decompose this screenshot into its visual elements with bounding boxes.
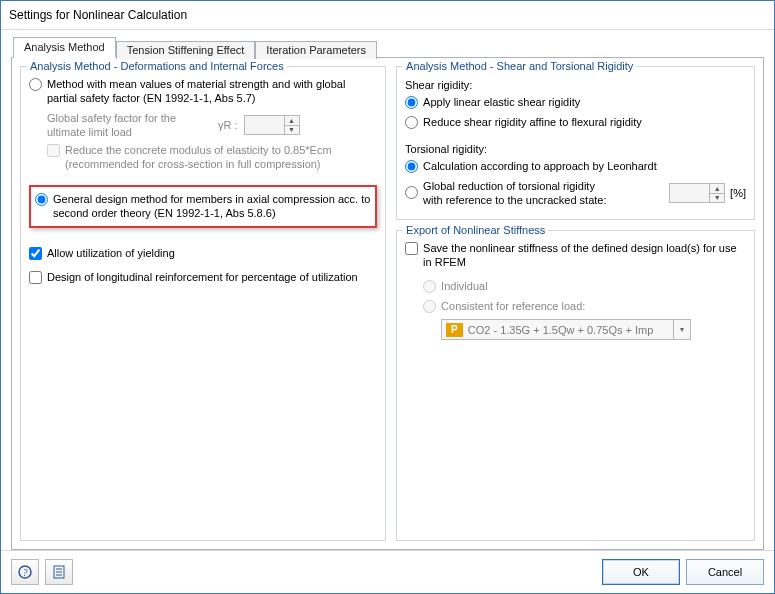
help-button[interactable]: ?: [11, 559, 39, 585]
row-safety-factor: Global safety factor for the ultimate li…: [29, 111, 377, 139]
row-longitudinal: Design of longitudinal reinforcement for…: [29, 270, 377, 286]
label-method-mean: Method with mean values of material stre…: [47, 77, 377, 105]
label-safety-factor: Global safety factor for the ultimate li…: [47, 111, 212, 139]
header-torsion: Torsional rigidity:: [405, 143, 746, 155]
radio-method-mean[interactable]: [29, 78, 42, 91]
chevron-down-icon: ▾: [673, 320, 690, 339]
spin-arrows[interactable]: ▲ ▼: [284, 116, 299, 134]
radio-export-individual: [423, 280, 436, 293]
check-reduce-ecm: [47, 144, 60, 157]
label-tors-leonhardt: Calculation according to approach by Leo…: [423, 159, 657, 173]
label-export-individual: Individual: [441, 279, 487, 293]
tab-analysis-method[interactable]: Analysis Method: [13, 37, 116, 58]
label-percent-unit: [%]: [730, 187, 746, 199]
cancel-button[interactable]: Cancel: [686, 559, 764, 585]
row-reduce-ecm: Reduce the concrete modulus of elasticit…: [29, 143, 377, 171]
check-allow-yielding[interactable]: [29, 247, 42, 260]
chevron-up-icon[interactable]: ▲: [710, 184, 724, 194]
label-allow-yielding: Allow utilization of yielding: [47, 246, 175, 260]
row-method-mean: Method with mean values of material stre…: [29, 77, 377, 105]
check-save-stiffness[interactable]: [405, 242, 418, 255]
radio-method-general[interactable]: [35, 193, 48, 206]
tab-strip: Analysis Method Tension Stiffening Effec…: [13, 36, 764, 57]
radio-tors-leonhardt[interactable]: [405, 160, 418, 173]
radio-shear-affine[interactable]: [405, 116, 418, 129]
label-export-consistent: Consistent for reference load:: [441, 299, 585, 313]
help-icon: ?: [18, 565, 32, 579]
label-method-general: General design method for members in axi…: [53, 192, 371, 220]
combo-reference-load: P CO2 - 1.35G + 1.5Qw + 0.75Qs + Imp ▾: [441, 319, 691, 340]
group-export-legend: Export of Nonlinear Stiffness: [403, 224, 548, 236]
right-column: Analysis Method - Shear and Torsional Ri…: [396, 66, 755, 541]
input-gamma-r[interactable]: [245, 116, 287, 134]
left-column: Analysis Method - Deformations and Inter…: [20, 66, 386, 541]
spin-arrows[interactable]: ▲ ▼: [709, 184, 724, 202]
highlight-general-method: General design method for members in axi…: [29, 185, 377, 228]
window-title: Settings for Nonlinear Calculation: [9, 8, 187, 22]
label-save-stiffness: Save the nonlinear stiffness of the defi…: [423, 241, 746, 269]
spin-gamma-r[interactable]: ▲ ▼: [244, 115, 300, 135]
label-gamma-r: γR :: [218, 119, 238, 131]
tab-page: Analysis Method - Deformations and Inter…: [11, 57, 764, 550]
tab-tension-stiffening[interactable]: Tension Stiffening Effect: [116, 41, 256, 59]
group-shear-legend: Analysis Method - Shear and Torsional Ri…: [403, 60, 636, 72]
radio-shear-linear[interactable]: [405, 96, 418, 109]
label-longitudinal: Design of longitudinal reinforcement for…: [47, 270, 358, 284]
details-button[interactable]: [45, 559, 73, 585]
dialog-window: Settings for Nonlinear Calculation Analy…: [0, 0, 775, 594]
combo-badge: P: [446, 323, 463, 337]
label-shear-linear: Apply linear elastic shear rigidity: [423, 95, 580, 109]
spin-tors-percent[interactable]: ▲ ▼: [669, 183, 725, 203]
radio-tors-global[interactable]: [405, 186, 418, 199]
label-reduce-ecm: Reduce the concrete modulus of elasticit…: [65, 143, 377, 171]
titlebar: Settings for Nonlinear Calculation: [1, 1, 774, 30]
ok-button[interactable]: OK: [602, 559, 680, 585]
check-longitudinal[interactable]: [29, 271, 42, 284]
footer: ? OK Cancel: [1, 550, 774, 593]
label-tors-global: Global reduction of torsional rigidity w…: [423, 179, 608, 207]
row-yielding: Allow utilization of yielding: [29, 246, 377, 262]
content-area: Analysis Method Tension Stiffening Effec…: [1, 30, 774, 550]
combo-text: CO2 - 1.35G + 1.5Qw + 0.75Qs + Imp: [468, 324, 654, 336]
label-shear-affine: Reduce shear rigidity affine to flexural…: [423, 115, 642, 129]
document-icon: [52, 565, 66, 579]
header-shear: Shear rigidity:: [405, 79, 746, 91]
group-shear-torsion: Analysis Method - Shear and Torsional Ri…: [396, 66, 755, 220]
group-export-stiffness: Export of Nonlinear Stiffness Save the n…: [396, 230, 755, 541]
chevron-up-icon[interactable]: ▲: [285, 116, 299, 126]
tab-iteration-parameters[interactable]: Iteration Parameters: [255, 41, 377, 59]
group-deformations: Analysis Method - Deformations and Inter…: [20, 66, 386, 541]
chevron-down-icon[interactable]: ▼: [710, 194, 724, 203]
group-deformations-legend: Analysis Method - Deformations and Inter…: [27, 60, 287, 72]
svg-text:?: ?: [23, 567, 28, 578]
input-tors-percent[interactable]: [670, 184, 712, 202]
radio-export-consistent: [423, 300, 436, 313]
chevron-down-icon[interactable]: ▼: [285, 126, 299, 135]
